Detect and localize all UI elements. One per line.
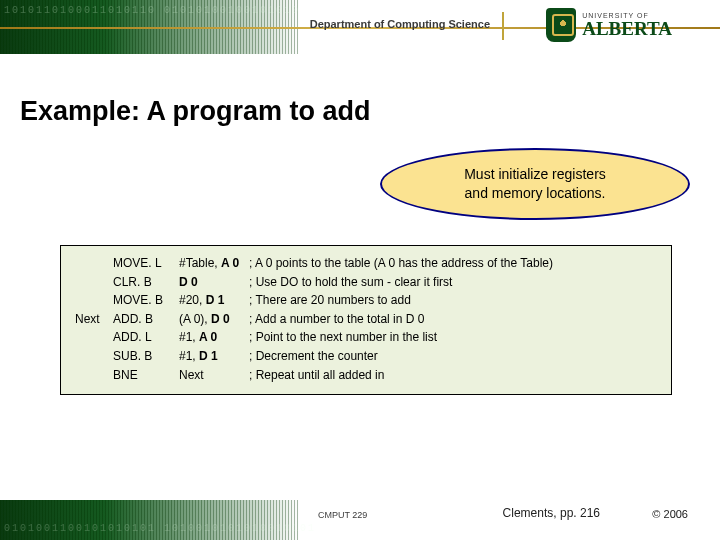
callout-bubble: Must initialize registers and memory loc… bbox=[380, 148, 690, 220]
code-arg: Next bbox=[179, 366, 249, 385]
code-arg: #Table, A 0 bbox=[179, 254, 249, 273]
code-label bbox=[75, 328, 113, 347]
code-row: ADD. L #1, A 0 ; Point to the next numbe… bbox=[75, 328, 657, 347]
code-row: BNE Next ; Repeat until all added in bbox=[75, 366, 657, 385]
binary-texture-bottom bbox=[0, 500, 300, 540]
slide-footer: CMPUT 229 Clements, pp. 216 © 2006 bbox=[0, 500, 720, 540]
code-comment: ; Decrement the counter bbox=[249, 347, 657, 366]
university-name: ALBERTA bbox=[582, 19, 672, 38]
code-label bbox=[75, 254, 113, 273]
code-comment: ; Use DO to hold the sum - clear it firs… bbox=[249, 273, 657, 292]
code-label bbox=[75, 291, 113, 310]
code-comment: ; Add a number to the total in D 0 bbox=[249, 310, 657, 329]
university-logo: UNIVERSITY OF ALBERTA bbox=[546, 8, 672, 42]
code-label bbox=[75, 366, 113, 385]
callout-line2: and memory locations. bbox=[465, 184, 606, 203]
code-arg: (A 0), D 0 bbox=[179, 310, 249, 329]
code-row: MOVE. L #Table, A 0 ; A 0 points to the … bbox=[75, 254, 657, 273]
code-op: ADD. L bbox=[113, 328, 179, 347]
copyright: © 2006 bbox=[652, 508, 688, 520]
slide-title: Example: A program to add bbox=[20, 96, 371, 127]
code-comment: ; Repeat until all added in bbox=[249, 366, 657, 385]
code-row: CLR. B D 0 ; Use DO to hold the sum - cl… bbox=[75, 273, 657, 292]
course-code: CMPUT 229 bbox=[318, 510, 367, 520]
code-panel: MOVE. L #Table, A 0 ; A 0 points to the … bbox=[60, 245, 672, 395]
code-comment: ; Point to the next number in the list bbox=[249, 328, 657, 347]
code-label: Next bbox=[75, 310, 113, 329]
code-op: CLR. B bbox=[113, 273, 179, 292]
header-separator bbox=[502, 12, 504, 40]
code-arg: #20, D 1 bbox=[179, 291, 249, 310]
code-arg: D 0 bbox=[179, 273, 249, 292]
department-label: Department of Computing Science bbox=[310, 18, 490, 30]
code-row: SUB. B #1, D 1 ; Decrement the counter bbox=[75, 347, 657, 366]
code-comment: ; There are 20 numbers to add bbox=[249, 291, 657, 310]
code-op: MOVE. L bbox=[113, 254, 179, 273]
page-reference: Clements, pp. 216 bbox=[503, 506, 600, 520]
code-op: SUB. B bbox=[113, 347, 179, 366]
code-arg: #1, D 1 bbox=[179, 347, 249, 366]
code-comment: ; A 0 points to the table (A 0 has the a… bbox=[249, 254, 657, 273]
code-row: Next ADD. B (A 0), D 0 ; Add a number to… bbox=[75, 310, 657, 329]
slide-header: Department of Computing Science UNIVERSI… bbox=[0, 0, 720, 54]
code-label bbox=[75, 273, 113, 292]
code-op: MOVE. B bbox=[113, 291, 179, 310]
crest-icon bbox=[546, 8, 576, 42]
code-op: BNE bbox=[113, 366, 179, 385]
university-wordmark: UNIVERSITY OF ALBERTA bbox=[582, 12, 672, 38]
code-label bbox=[75, 347, 113, 366]
code-op: ADD. B bbox=[113, 310, 179, 329]
callout-line1: Must initialize registers bbox=[464, 165, 606, 184]
code-arg: #1, A 0 bbox=[179, 328, 249, 347]
code-row: MOVE. B #20, D 1 ; There are 20 numbers … bbox=[75, 291, 657, 310]
